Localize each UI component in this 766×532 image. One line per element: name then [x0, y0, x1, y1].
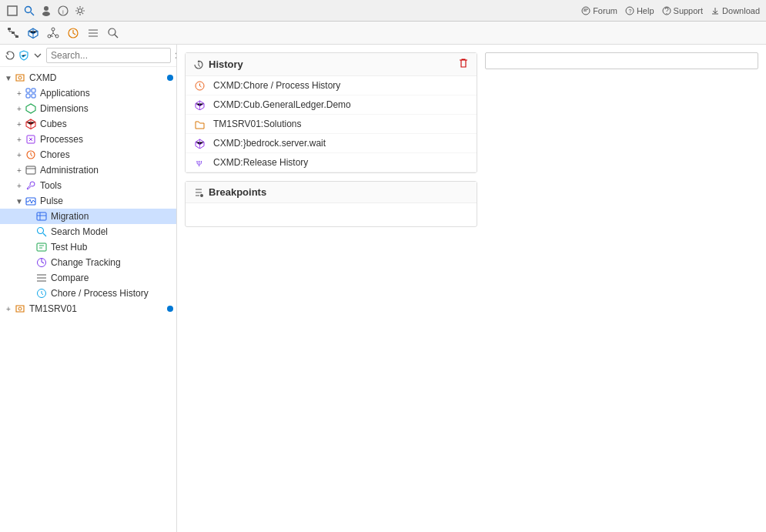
search-input[interactable]: [46, 48, 171, 63]
sidebar-item-tools[interactable]: + Tools: [0, 178, 176, 193]
sidebar-tree: ▼ CXMD + Applications +: [0, 67, 176, 532]
sidebar-label-chorehistory: Chore / Process History: [51, 288, 149, 299]
sidebar-label-cxmd: CXMD: [29, 72, 56, 83]
history-clear-button[interactable]: [458, 58, 469, 71]
right-panel: [477, 52, 758, 524]
right-search-input[interactable]: [485, 52, 758, 69]
sidebar-search-bar: ✕: [0, 45, 176, 67]
second-toolbar: [0, 22, 766, 45]
sidebar-item-cxmd[interactable]: ▼ CXMD: [0, 70, 176, 85]
hierarchy-icon[interactable]: [5, 25, 22, 42]
sidebar-label-dimensions: Dimensions: [40, 103, 89, 114]
sidebar-label-compare: Compare: [51, 273, 89, 283]
shield-icon[interactable]: [18, 49, 29, 62]
sidebar-label-testhub: Test Hub: [51, 242, 87, 253]
svg-text:?: ?: [628, 8, 631, 14]
sidebar-item-changetracking[interactable]: + Change Tracking: [0, 255, 176, 270]
forum-link[interactable]: Forum: [581, 6, 617, 15]
top-toolbar: i Forum ? Help Support Download: [0, 0, 766, 22]
breakpoints-content: [186, 203, 477, 226]
svg-rect-13: [8, 28, 11, 30]
svg-rect-27: [32, 89, 35, 92]
sidebar-label-searchmodel: Search Model: [51, 226, 108, 237]
sidebar-item-pulse[interactable]: ▼ Pulse: [0, 193, 176, 209]
breakpoints-title: Breakpoints: [193, 186, 266, 198]
clock-toolbar-icon[interactable]: [65, 25, 82, 42]
sidebar-item-searchmodel[interactable]: + Search Model: [0, 224, 176, 239]
download-link[interactable]: Download: [711, 6, 760, 15]
migration-icon: [35, 210, 48, 223]
reload-icon[interactable]: [5, 49, 15, 62]
svg-line-37: [43, 233, 46, 236]
sidebar-label-tm1srv01: TM1SRV01: [29, 303, 77, 314]
searchmodel-icon: [35, 226, 48, 238]
processes-icon: [25, 133, 37, 146]
search-toolbar-icon[interactable]: [105, 25, 122, 42]
sidebar-item-cubes[interactable]: + Cubes: [0, 116, 176, 132]
svg-text:i: i: [62, 8, 64, 15]
history-item-2[interactable]: CXMD:Cub.GeneralLedger.Demo 🗑: [186, 95, 477, 115]
sidebar-item-dimensions[interactable]: + Dimensions: [0, 101, 176, 116]
sidebar-label-migration: Migration: [51, 211, 89, 222]
help-link[interactable]: ? Help: [625, 6, 654, 15]
user-icon[interactable]: [40, 5, 52, 17]
square-icon[interactable]: [6, 5, 18, 17]
sidebar-label-tools: Tools: [40, 180, 62, 191]
svg-point-7: [79, 8, 82, 12]
sidebar-label-processes: Processes: [40, 134, 83, 145]
hist-clock-icon: [193, 79, 206, 92]
sidebar-item-tm1srv01[interactable]: + TM1SRV01: [0, 301, 176, 316]
sidebar-item-applications[interactable]: + Applications: [0, 85, 176, 101]
administration-icon: [25, 164, 37, 176]
svg-line-2: [31, 12, 34, 15]
hierarchy2-icon[interactable]: [45, 25, 62, 42]
sidebar-label-cubes: Cubes: [40, 119, 67, 129]
svg-point-25: [18, 76, 22, 79]
pulse-icon: [25, 195, 37, 207]
sidebar-label-pulse: Pulse: [40, 196, 63, 206]
sidebar-item-chores[interactable]: + Chores: [0, 147, 176, 162]
breakpoints-section: Breakpoints: [185, 181, 477, 227]
sidebar-label-administration: Administration: [40, 165, 99, 176]
svg-line-24: [115, 35, 118, 38]
sidebar-item-testhub[interactable]: + Test Hub: [0, 239, 176, 255]
hist-cube2-icon: [193, 137, 206, 149]
history-item-4[interactable]: CXMD:}bedrock.server.wait 🗑: [186, 134, 477, 153]
svg-rect-26: [26, 89, 30, 92]
content-area: History CXMD:Chore / Process History 🗑: [177, 45, 766, 532]
settings-icon[interactable]: [74, 5, 86, 17]
sidebar-item-processes[interactable]: + Processes: [0, 132, 176, 147]
chevron-down-icon[interactable]: [32, 49, 43, 62]
support-link[interactable]: Support: [662, 6, 704, 15]
sidebar-item-administration[interactable]: + Administration: [0, 162, 176, 178]
cube-small-icon[interactable]: [25, 25, 42, 42]
sidebar-label-applications: Applications: [40, 88, 90, 99]
svg-point-3: [44, 6, 49, 11]
top-toolbar-right: Forum ? Help Support Download: [581, 6, 760, 15]
svg-point-47: [200, 194, 203, 197]
sidebar-label-chores: Chores: [40, 149, 70, 160]
svg-point-16: [52, 28, 55, 31]
svg-rect-38: [37, 243, 46, 251]
magnify-icon[interactable]: [23, 5, 35, 17]
chore-hist-icon: [35, 287, 48, 299]
cxmd-icon: [14, 72, 26, 84]
sidebar-item-chorehistory[interactable]: + Chore / Process History: [0, 286, 176, 301]
svg-point-4: [42, 12, 50, 16]
hist-folder-icon: [193, 118, 206, 130]
history-item-5[interactable]: Ψ CXMD:Release History 🗑: [186, 153, 477, 172]
main-layout: ✕ ▼ CXMD + Applicatio: [0, 45, 766, 532]
tools-icon: [25, 179, 37, 192]
list-toolbar-icon[interactable]: [85, 25, 102, 42]
info-icon[interactable]: i: [57, 5, 69, 17]
svg-rect-29: [32, 94, 35, 98]
sidebar-item-migration[interactable]: + Migration: [0, 209, 176, 224]
tm1srv01-status-dot: [167, 306, 173, 312]
sidebar-item-compare[interactable]: + Compare: [0, 270, 176, 286]
history-section: History CXMD:Chore / Process History 🗑: [185, 52, 477, 173]
history-item-1[interactable]: CXMD:Chore / Process History 🗑: [186, 76, 477, 95]
history-title: History: [193, 59, 243, 70]
sidebar: ✕ ▼ CXMD + Applicatio: [0, 45, 177, 532]
history-item-3[interactable]: TM1SRV01:Solutions 🗑: [186, 115, 477, 134]
top-toolbar-left: i: [6, 5, 86, 17]
